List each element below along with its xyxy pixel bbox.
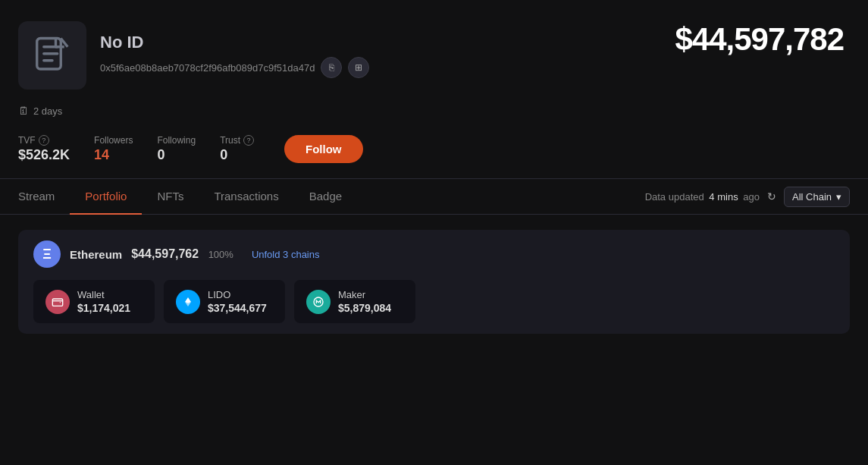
lido-protocol-info: LIDO $37,544,677 xyxy=(208,289,267,314)
trust-info-icon[interactable]: ? xyxy=(243,135,254,146)
data-updated-time: 4 mins xyxy=(709,191,738,203)
followers-label: Followers xyxy=(94,135,133,146)
profile-header: No ID 0x5f6ae08b8aeb7078cf2f96afb089d7c9… xyxy=(0,0,868,105)
qr-code-button[interactable]: ⊞ xyxy=(348,57,369,78)
trust-value: 0 xyxy=(220,147,254,163)
wallet-icon xyxy=(52,296,64,308)
profile-info: No ID 0x5f6ae08b8aeb7078cf2f96afb089d7c9… xyxy=(100,33,369,78)
profile-name: No ID xyxy=(100,33,369,52)
maker-protocol-icon xyxy=(306,290,331,314)
lido-protocol-icon xyxy=(176,290,200,314)
stats-row: TVF ? $526.2K Followers 14 Following 0 T… xyxy=(0,127,868,178)
unfold-chains-link[interactable]: Unfold 3 chains xyxy=(252,249,320,260)
following-value: 0 xyxy=(157,147,196,163)
maker-protocol-value: $5,879,084 xyxy=(338,302,391,314)
avatar xyxy=(18,21,86,90)
wallet-protocol-info: Wallet $1,174,021 xyxy=(77,289,130,314)
chain-percentage: 100% xyxy=(208,249,233,260)
chain-selector[interactable]: All Chain ▾ xyxy=(784,187,850,207)
nav-right-controls: Data updated 4 mins ago ↻ All Chain ▾ xyxy=(645,187,850,207)
tab-stream[interactable]: Stream xyxy=(18,179,70,215)
maker-protocol-info: Maker $5,879,084 xyxy=(338,289,391,314)
tab-badge[interactable]: Badge xyxy=(294,179,357,215)
wallet-address-text: 0x5f6ae08b8aeb7078cf2f96afb089d7c9f51da4… xyxy=(100,62,315,74)
svg-rect-1 xyxy=(52,299,62,306)
tvf-stat: TVF ? $526.2K xyxy=(18,135,70,163)
lido-protocol-name: LIDO xyxy=(208,289,267,300)
protocol-card-wallet: Wallet $1,174,021 xyxy=(33,280,155,323)
tab-portfolio[interactable]: Portfolio xyxy=(70,179,142,215)
profile-left: No ID 0x5f6ae08b8aeb7078cf2f96afb089d7c9… xyxy=(18,21,369,90)
chain-name: Ethereum xyxy=(70,248,122,261)
protocol-cards: Wallet $1,174,021 LIDO $37,544,677 xyxy=(33,280,835,323)
tab-transactions[interactable]: Transactions xyxy=(199,179,293,215)
tvf-value: $526.2K xyxy=(18,147,70,163)
lido-protocol-value: $37,544,677 xyxy=(208,302,267,314)
wallet-protocol-name: Wallet xyxy=(77,289,130,300)
chain-value: $44,597,762 xyxy=(131,247,199,260)
qr-icon: ⊞ xyxy=(355,62,362,73)
wallet-protocol-value: $1,174,021 xyxy=(77,302,130,314)
ethereum-icon: Ξ xyxy=(33,240,61,268)
chain-selector-label: All Chain xyxy=(792,191,832,203)
time-label: 2 days xyxy=(33,105,62,117)
chain-details: Ethereum xyxy=(70,248,122,261)
wallet-protocol-icon xyxy=(45,290,70,314)
tab-nfts[interactable]: NFTs xyxy=(142,179,199,215)
following-stat: Following 0 xyxy=(157,135,196,163)
data-updated-label: Data updated 4 mins ago xyxy=(645,191,760,203)
nav-tabs: Stream Portfolio NFTs Transactions Badge… xyxy=(0,179,868,215)
tvf-label: TVF ? xyxy=(18,135,70,146)
following-label: Following xyxy=(157,135,196,146)
protocol-card-maker: Maker $5,879,084 xyxy=(294,280,415,323)
calendar-icon: 🗓 xyxy=(18,105,29,117)
document-icon xyxy=(32,35,73,76)
copy-address-button[interactable]: ⎘ xyxy=(321,57,342,78)
total-value: $44,597,782 xyxy=(675,21,844,58)
chain-header: Ξ Ethereum $44,597,762 100% Unfold 3 cha… xyxy=(33,240,835,268)
chevron-down-icon: ▾ xyxy=(836,191,841,203)
lido-icon xyxy=(182,296,194,308)
protocol-card-lido: LIDO $37,544,677 xyxy=(164,280,285,323)
time-badge: 🗓 2 days xyxy=(0,105,868,127)
tvf-info-icon[interactable]: ? xyxy=(39,135,49,146)
copy-icon: ⎘ xyxy=(329,62,334,73)
maker-icon xyxy=(312,296,324,308)
followers-value: 14 xyxy=(94,147,133,163)
wallet-address-row: 0x5f6ae08b8aeb7078cf2f96afb089d7c9f51da4… xyxy=(100,57,369,78)
follow-button[interactable]: Follow xyxy=(284,135,363,163)
portfolio-content: Ξ Ethereum $44,597,762 100% Unfold 3 cha… xyxy=(0,215,868,349)
trust-stat: Trust ? 0 xyxy=(220,135,254,163)
chain-section: Ξ Ethereum $44,597,762 100% Unfold 3 cha… xyxy=(18,230,850,334)
refresh-button[interactable]: ↻ xyxy=(767,190,776,203)
followers-stat: Followers 14 xyxy=(94,135,133,163)
chain-value-group: $44,597,762 100% xyxy=(131,247,233,261)
maker-protocol-name: Maker xyxy=(338,289,391,300)
trust-label: Trust ? xyxy=(220,135,254,146)
